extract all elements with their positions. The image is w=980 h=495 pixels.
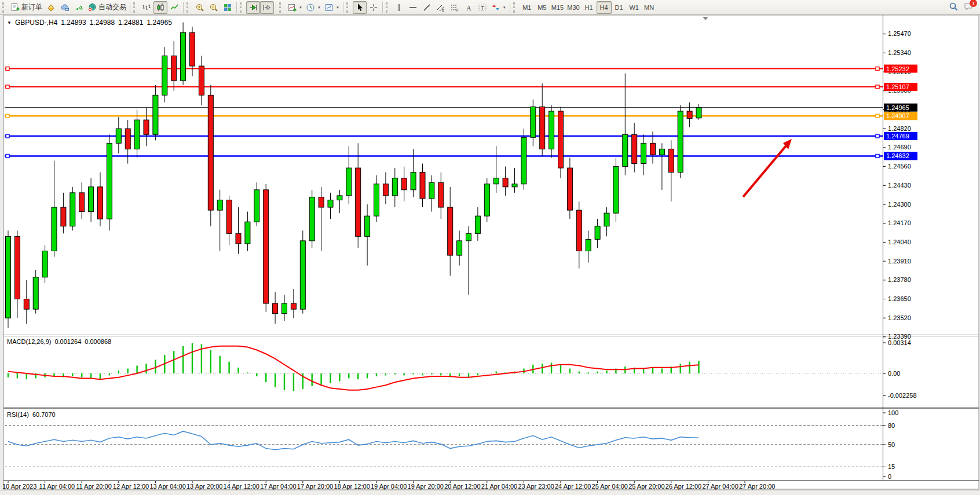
trendline-icon xyxy=(422,3,432,12)
macd-indicator-label: MACD(12,26,9) 0.001264 0.000868 xyxy=(7,338,111,345)
svg-text:50: 50 xyxy=(888,441,895,448)
support-line-2-handle[interactable] xyxy=(6,154,9,157)
text-button[interactable]: A xyxy=(462,1,476,14)
candle-body xyxy=(438,182,444,207)
candlestick-chart-button[interactable] xyxy=(153,1,167,14)
trendline-button[interactable] xyxy=(420,1,434,14)
svg-text:A: A xyxy=(466,3,471,12)
resistance-line-2-handle[interactable] xyxy=(876,85,879,89)
clock-icon xyxy=(306,3,315,12)
timeframe-d1-button[interactable]: D1 xyxy=(612,1,627,14)
autotrading-button-label: 自动交易 xyxy=(98,2,126,12)
svg-text:80: 80 xyxy=(888,422,895,429)
chart-menu-icon[interactable]: ▼ xyxy=(7,20,12,25)
text-label-button[interactable]: T xyxy=(476,1,489,14)
new-order-button[interactable]: 新订单 xyxy=(9,1,44,14)
svg-text:1.24300: 1.24300 xyxy=(888,201,911,208)
macd-value: 0.001264 xyxy=(54,338,81,345)
vertical-line-button[interactable] xyxy=(392,1,406,14)
svg-text:0: 0 xyxy=(888,473,891,480)
candle-body xyxy=(595,226,600,240)
chevron-down-icon[interactable]: ▼ xyxy=(317,6,321,9)
svg-text:100: 100 xyxy=(888,409,898,416)
timeframe-mn-button[interactable]: MN xyxy=(642,1,657,14)
timeframe-m5-button[interactable]: M5 xyxy=(535,1,550,14)
signals-button[interactable] xyxy=(72,1,86,14)
svg-text:1.24560: 1.24560 xyxy=(888,163,911,170)
line-chart-button[interactable] xyxy=(167,1,181,14)
crosshair-icon xyxy=(369,3,378,12)
timeframe-d1-button-label: D1 xyxy=(615,4,623,11)
arrows-button[interactable]: ▼ xyxy=(489,1,508,14)
cursor-button[interactable] xyxy=(353,1,367,14)
auto-scroll-button[interactable] xyxy=(246,1,260,14)
candle-body xyxy=(264,190,269,303)
resistance-line-1-handle[interactable] xyxy=(876,67,879,71)
fibonacci-button[interactable]: F xyxy=(448,1,462,14)
candle-body xyxy=(79,193,85,212)
search-button[interactable] xyxy=(949,2,958,13)
svg-text:1.25232: 1.25232 xyxy=(886,65,909,72)
candle-body xyxy=(604,213,609,226)
templates-button[interactable]: ▼ xyxy=(323,1,341,14)
timeframe-m1-button[interactable]: M1 xyxy=(520,1,535,14)
candle-body xyxy=(623,134,628,166)
support-line-2-handle[interactable] xyxy=(876,154,879,157)
candle-body xyxy=(346,168,352,196)
candle-body xyxy=(89,187,94,212)
chart-shift-button[interactable] xyxy=(260,1,274,14)
timeframe-h1-button[interactable]: H1 xyxy=(582,1,597,14)
candle-body xyxy=(125,129,130,149)
pivot-line-handle[interactable] xyxy=(6,114,9,118)
time-label: 10 Apr 2023 xyxy=(2,483,36,490)
resistance-line-2-handle[interactable] xyxy=(6,85,9,89)
svg-text:F: F xyxy=(456,8,459,12)
svg-text:1.24907: 1.24907 xyxy=(886,112,909,119)
timeframe-m15-button[interactable]: M15 xyxy=(550,1,565,14)
chart-window: 1.254701.253401.252101.250801.249501.248… xyxy=(0,15,980,490)
support-line-1-handle[interactable] xyxy=(876,134,879,138)
candle-body xyxy=(42,251,47,277)
candle-body xyxy=(586,239,591,251)
timeframe-m30-button[interactable]: M30 xyxy=(565,1,581,14)
crosshair-button[interactable] xyxy=(367,1,381,14)
tile-windows-button[interactable] xyxy=(221,1,235,14)
candle-body xyxy=(162,56,167,95)
timeframe-w1-button[interactable]: W1 xyxy=(627,1,642,14)
candle-body xyxy=(245,222,250,244)
autotrading-button[interactable]: 自动交易 xyxy=(86,1,128,14)
notification-badge: 1 xyxy=(970,0,977,7)
candle-body xyxy=(521,137,526,184)
candle-body xyxy=(650,143,656,155)
pivot-line-handle[interactable] xyxy=(876,114,879,118)
equidistant-channel-button[interactable]: E xyxy=(434,1,448,14)
cloud-data-button[interactable] xyxy=(58,1,72,14)
toolbar-right-icons: 1 xyxy=(949,0,973,15)
timeframe-h4-button-label: H4 xyxy=(600,4,608,11)
chart-symbol-period: GBPUSD-,H4 xyxy=(15,19,57,27)
new-order-icon xyxy=(10,3,20,12)
candle-body xyxy=(328,200,333,207)
zoom-in-button[interactable] xyxy=(193,1,207,14)
candle-body xyxy=(319,197,324,207)
svg-text:-0.002258: -0.002258 xyxy=(888,392,917,399)
timeframe-h4-button[interactable]: H4 xyxy=(597,1,612,14)
support-line-1-handle[interactable] xyxy=(6,134,9,138)
svg-text:1.23910: 1.23910 xyxy=(888,258,911,265)
svg-text:1.24769: 1.24769 xyxy=(886,133,909,140)
time-label: 23 Apr 23:00 xyxy=(518,483,554,490)
notifications-button[interactable]: 1 xyxy=(964,2,973,13)
chevron-down-icon[interactable]: ▼ xyxy=(299,6,302,9)
svg-text:15: 15 xyxy=(888,463,895,470)
bar-chart-button[interactable] xyxy=(140,1,153,14)
timeframe-mn-button-label: MN xyxy=(644,4,654,11)
zoom-out-button[interactable] xyxy=(207,1,221,14)
chevron-down-icon[interactable]: ▼ xyxy=(503,6,506,9)
rsi-name: RSI(14) xyxy=(7,411,29,418)
periods-button[interactable]: ▼ xyxy=(304,1,323,14)
chevron-down-icon[interactable]: ▼ xyxy=(336,6,339,9)
resistance-line-1-handle[interactable] xyxy=(6,67,9,71)
indicators-button[interactable]: ▼ xyxy=(286,1,304,14)
horizontal-line-button[interactable] xyxy=(406,1,420,14)
market-button[interactable] xyxy=(44,1,58,14)
